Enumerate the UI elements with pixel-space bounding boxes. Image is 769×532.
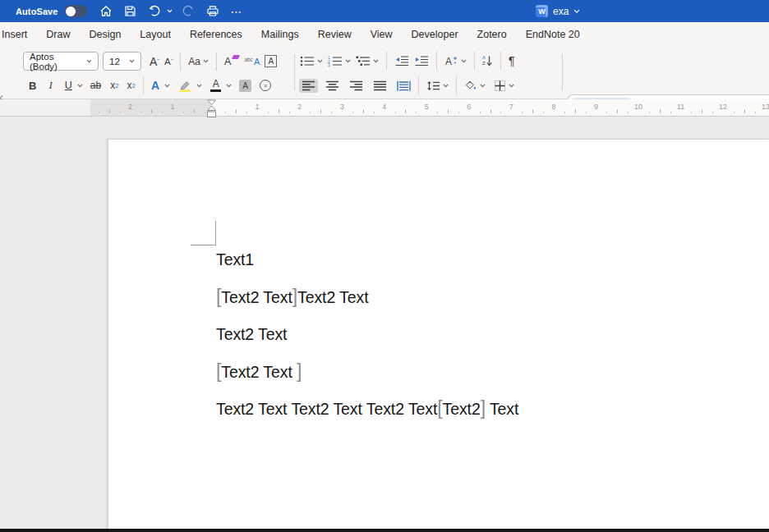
increase-indent-icon: [414, 55, 429, 66]
character-border-button[interactable]: A: [262, 53, 279, 69]
underline-dropdown[interactable]: [75, 82, 85, 89]
ruler-tick: [109, 109, 110, 113]
document-line[interactable]: Text2 Text Text2 Text Text2 Text[Text2] …: [216, 399, 518, 419]
divider: [143, 76, 144, 94]
svg-text:A: A: [445, 56, 452, 66]
ruler-tick: [236, 109, 237, 113]
enclose-characters-button[interactable]: ≡: [257, 78, 274, 93]
ruler-tick: [151, 109, 152, 113]
highlight-dropdown[interactable]: [194, 82, 205, 89]
font-name-combo[interactable]: Aptos (Body): [23, 52, 99, 71]
character-shading-button[interactable]: A: [237, 78, 254, 94]
grow-font-button[interactable]: Aˆ: [147, 53, 162, 70]
document-line[interactable]: Text2 Text: [216, 324, 287, 344]
decrease-indent-button[interactable]: [392, 53, 412, 68]
text-effects-button[interactable]: A: [149, 77, 162, 94]
font-color-dropdown[interactable]: [223, 82, 234, 89]
chevron-down-icon: [480, 84, 486, 88]
strikethrough-button[interactable]: ab: [88, 78, 104, 93]
text-boundary-corner-mark: [191, 245, 216, 245]
tab-layout[interactable]: Layout: [140, 29, 171, 40]
ruler-tick: [289, 112, 290, 113]
line-spacing-button[interactable]: [424, 79, 451, 93]
sort-button[interactable]: AZ: [480, 53, 495, 68]
ruler-tick: [99, 112, 99, 113]
tab-mailings[interactable]: Mailings: [261, 29, 299, 40]
decrease-indent-icon: [394, 55, 409, 66]
ruler-tick: [395, 112, 396, 113]
redo-button[interactable]: [176, 0, 200, 22]
align-right-button[interactable]: [347, 79, 366, 93]
print-button[interactable]: [200, 0, 225, 22]
asian-layout-button[interactable]: A: [442, 53, 469, 68]
shading-button[interactable]: [462, 78, 488, 93]
change-case-button[interactable]: Aa: [186, 54, 211, 69]
save-button[interactable]: [118, 0, 142, 22]
phonetic-guide-button[interactable]: abcA: [242, 55, 262, 68]
justify-icon: [373, 80, 387, 91]
underline-button[interactable]: U: [62, 78, 75, 93]
tab-insert[interactable]: Insert: [2, 29, 27, 40]
ruler-number: 8: [551, 103, 555, 111]
document-title[interactable]: W exa: [536, 0, 580, 22]
align-center-icon: [325, 80, 339, 91]
bulleted-list-icon: [300, 56, 315, 66]
ruler-tick: [331, 112, 332, 113]
ruler-number: 4: [382, 103, 386, 111]
justify-button[interactable]: [371, 79, 389, 93]
font-color-button[interactable]: A: [208, 77, 223, 94]
bullets-button[interactable]: [297, 54, 325, 68]
tab-developer[interactable]: Developer: [412, 29, 458, 40]
borders-button[interactable]: [491, 78, 517, 94]
indent-markers[interactable]: [205, 99, 218, 122]
tab-review[interactable]: Review: [318, 29, 352, 40]
tab-design[interactable]: Design: [89, 29, 121, 40]
tab-view[interactable]: View: [371, 29, 393, 40]
align-center-button[interactable]: [323, 79, 342, 93]
line-spacing-icon: [426, 80, 440, 91]
divider: [456, 76, 457, 94]
bold-button[interactable]: B: [26, 78, 39, 94]
home-button[interactable]: [94, 0, 118, 22]
document-line[interactable]: [Text2 Text ]: [216, 362, 302, 382]
ruler-tick: [755, 112, 756, 113]
document-name: exa: [553, 6, 569, 17]
distribute-text-button[interactable]: [394, 79, 413, 93]
tab-endnote-20[interactable]: EndNote 20: [526, 29, 580, 40]
undo-dropdown[interactable]: [163, 0, 176, 22]
ruler-tick: [660, 109, 661, 113]
more-commands-button[interactable]: ⋯: [225, 0, 249, 22]
ruler-number: 1: [170, 103, 174, 111]
divider: [474, 52, 475, 70]
printer-icon: [206, 5, 219, 17]
document-line[interactable]: [Text2 Text]Text2 Text: [216, 287, 368, 307]
align-left-button[interactable]: [299, 79, 318, 93]
doc-text-run: Text2 Text: [221, 288, 292, 306]
superscript-button[interactable]: x2: [125, 78, 138, 93]
clear-formatting-button[interactable]: A: [222, 54, 233, 69]
font-size-combo[interactable]: 12: [103, 52, 141, 71]
italic-button[interactable]: I: [46, 77, 54, 94]
tab-zotero[interactable]: Zotero: [477, 29, 507, 40]
document-page[interactable]: Text1[Text2 Text]Text2 TextText2 Text[Te…: [108, 139, 769, 532]
horizontal-ruler[interactable]: 2112345678910111213: [0, 99, 769, 117]
shrink-font-button[interactable]: Aˇ: [162, 55, 175, 68]
tab-references[interactable]: References: [190, 29, 242, 40]
multilevel-list-button[interactable]: [353, 54, 381, 68]
autosave-toggle[interactable]: [65, 5, 87, 17]
ruler-number: 11: [677, 103, 684, 111]
increase-indent-button[interactable]: [412, 53, 431, 68]
ruler-number: 12: [719, 103, 727, 111]
numbering-button[interactable]: 123: [325, 54, 353, 68]
subscript-button[interactable]: x2: [108, 78, 121, 93]
distribute-text-icon: [397, 80, 411, 91]
ruler-number: 9: [594, 103, 598, 111]
show-paragraph-marks-button[interactable]: ¶: [506, 53, 518, 69]
highlight-button[interactable]: [176, 78, 194, 94]
doc-text-run: Text: [486, 400, 518, 418]
tab-draw[interactable]: Draw: [46, 29, 70, 40]
document-line[interactable]: Text1: [216, 250, 254, 269]
document-area: Text1[Text2 Text]Text2 TextText2 Text[Te…: [0, 117, 769, 532]
text-effects-dropdown[interactable]: [162, 82, 173, 89]
ruler-tick: [712, 112, 713, 113]
